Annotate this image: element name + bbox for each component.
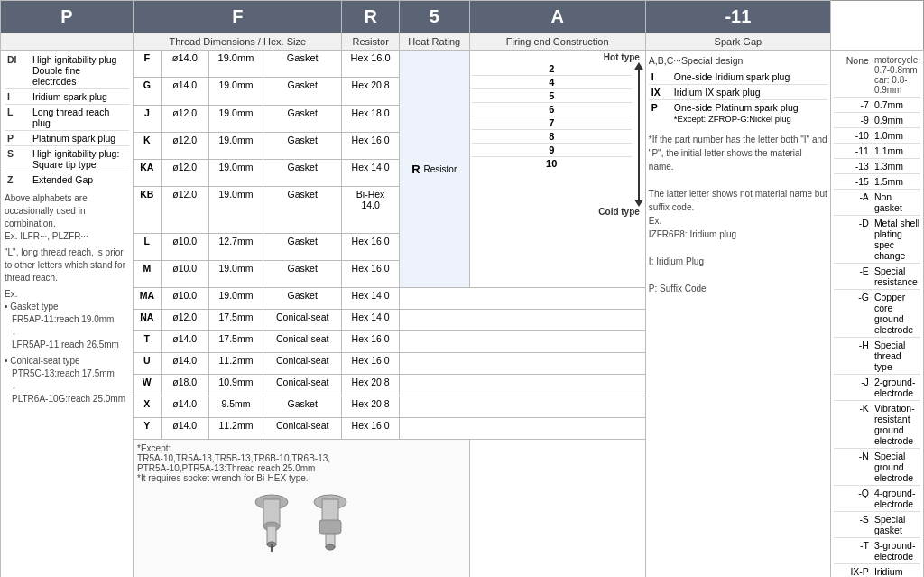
f-seat-j: Gasket [263, 105, 342, 132]
a-special: A,B,C···Special design [649, 53, 827, 70]
p-note1b: Ex. ILFR···, PLZFR··· [5, 230, 129, 243]
f-hex-na: Hex 14.0 [342, 310, 399, 331]
p-row-i: I Iridium spark plug [5, 89, 129, 105]
p-note4d: LFR5AP-11:reach 26.5mm [5, 339, 129, 351]
neg11-desc-e: Special resistance [874, 265, 920, 287]
f-code-kb: KB [134, 187, 162, 234]
f-code-j: J [134, 105, 162, 132]
a-row-p: P One-side Platinum spark plug*Except: Z… [649, 100, 827, 126]
f-dim-k: 19.0mm [208, 132, 263, 159]
neg11-desc-9: 0.9mm [874, 115, 903, 126]
f-seat-g: Gasket [263, 78, 342, 105]
p-note3: Ex. [5, 288, 129, 301]
subheader-p-empty [1, 33, 134, 51]
neg11-row-s: -S Special gasket [834, 512, 920, 538]
p-desc-di: High ignitability plug Double fine elect… [30, 52, 129, 89]
neg11-desc-k: Vibration-resistant ground electrode [874, 403, 920, 446]
p-note2: "L", long thread reach, is prior to othe… [5, 247, 129, 284]
f-dim-na: 17.5mm [208, 310, 263, 331]
neg11-desc-g: Copper core ground electrode [874, 292, 920, 335]
f-seat-x: Gasket [263, 396, 342, 418]
f-dim-m: 19.0mm [208, 261, 263, 288]
p-note4c: ↓ [5, 326, 129, 339]
f-code-ka: KA [134, 160, 162, 187]
f-code-m: M [134, 261, 162, 288]
neg11-none-code: None [834, 55, 874, 95]
f-seat-y: Conical-seat [263, 418, 342, 440]
f-dim-j: 19.0mm [208, 105, 263, 132]
f-code-y: Y [134, 418, 162, 440]
f-hex-g: Hex 20.8 [342, 78, 399, 105]
f-dia-ma: ø10.0 [161, 288, 208, 310]
f-dim-y: 11.2mm [208, 418, 263, 440]
f-note-text: *Except:TR5A-10,TR5A-13,TR5B-13,TR6B-10,… [137, 443, 466, 483]
a-code-ix: IX [649, 85, 671, 100]
p-row-p: P Platinum spark plug [5, 131, 129, 146]
f-dim-l: 12.7mm [208, 233, 263, 260]
a-row-ix: IX Iridium IX spark plug [649, 85, 827, 100]
neg11-code-ixp: IX-P [834, 566, 874, 577]
p-note1: Above alphabets are occasionally used in… [5, 192, 129, 230]
neg11-desc-11: 1.1mm [874, 145, 903, 156]
neg11-row-j: -J 2-ground-electrode [834, 375, 920, 401]
f-dia-y: ø14.0 [161, 418, 208, 440]
neg11-none-row: None motorcycle: 0.7-0.8mmcar: 0.8-0.9mm [834, 53, 920, 98]
heat-num-9: 9 [472, 144, 632, 157]
f-dia-x: ø14.0 [161, 396, 208, 418]
p-note5d: PLTR6A-10G:reach 25.0mm [5, 393, 129, 405]
neg11-desc-7: 0.7mm [874, 99, 903, 110]
neg11-code-s: -S [834, 514, 874, 535]
neg11-desc-13: 1.3mm [874, 161, 903, 172]
f-dia-t: ø14.0 [161, 331, 208, 353]
f-seat-u: Conical-seat [263, 353, 342, 375]
f-seat-kb: Gasket [263, 187, 342, 234]
f-dim-f: 19.0mm [208, 51, 263, 78]
f-hex-j: Hex 18.0 [342, 105, 399, 132]
f-dia-f: ø14.0 [161, 51, 208, 78]
neg11-code-15: -15 [834, 176, 874, 187]
neg11-code-a: -A [834, 191, 874, 213]
neg11-row-ixp: IX-P Iridium MAX spark plug [834, 564, 920, 577]
f-dia-j: ø12.0 [161, 105, 208, 132]
heat-hot-label: Hot type [472, 52, 643, 62]
f-seat-k: Gasket [263, 132, 342, 159]
p-desc-i: Iridium spark plug [30, 89, 129, 105]
resistor-label: Resistor [424, 164, 457, 174]
neg11-row-n: -N Special ground electrode [834, 449, 920, 486]
plug-images [137, 489, 466, 552]
a-desc-i: One-side Iridium spark plug [671, 70, 827, 85]
f-code-g: G [134, 78, 162, 105]
neg11-code-13: -13 [834, 161, 874, 172]
f-code-ma: MA [134, 288, 162, 310]
heat-arrow [634, 62, 643, 207]
neg11-row-g: -G Copper core ground electrode [834, 290, 920, 338]
neg11-desc-d: Metal shell plating spec change [874, 218, 920, 261]
f-dia-k: ø12.0 [161, 132, 208, 159]
r-label: R [411, 163, 420, 176]
neg11-code-7: -7 [834, 99, 874, 110]
p-note5c: ↓ [5, 380, 129, 393]
neg11-row-13: -13 1.3mm [834, 159, 920, 174]
p-desc-z: Extended Gap [30, 172, 129, 188]
a-desc-p: One-side Platinum spark plug*Except: ZFR… [671, 100, 827, 126]
f-code-f: F [134, 51, 162, 78]
svg-point-10 [326, 544, 335, 550]
heat-num-8: 8 [472, 130, 632, 144]
p-notes: Above alphabets are occasionally used in… [5, 192, 129, 405]
neg11-code-k: -K [834, 403, 874, 446]
f-seat-t: Conical-seat [263, 331, 342, 353]
heat-num-10: 10 [472, 157, 632, 170]
p-code-di: DI [5, 52, 30, 89]
p-note5b: PTR5C-13:reach 17.5mm [5, 368, 129, 380]
f-seat-ka: Gasket [263, 160, 342, 187]
plug-image-left [247, 489, 297, 552]
a-desc-ix: Iridium IX spark plug [671, 85, 827, 100]
neg11-code-q: -Q [834, 488, 874, 509]
heat-num-4: 4 [472, 76, 632, 89]
neg11-desc-h: Special thread type [874, 340, 920, 372]
neg11-row-h: -H Special thread type [834, 338, 920, 375]
f-code-l: L [134, 233, 162, 260]
main-table: P F R 5 A -11 Thread Dimensions / Hex. S… [0, 0, 924, 577]
neg11-code-t: -T [834, 540, 874, 562]
f-empty-r-heat-y [399, 418, 645, 440]
